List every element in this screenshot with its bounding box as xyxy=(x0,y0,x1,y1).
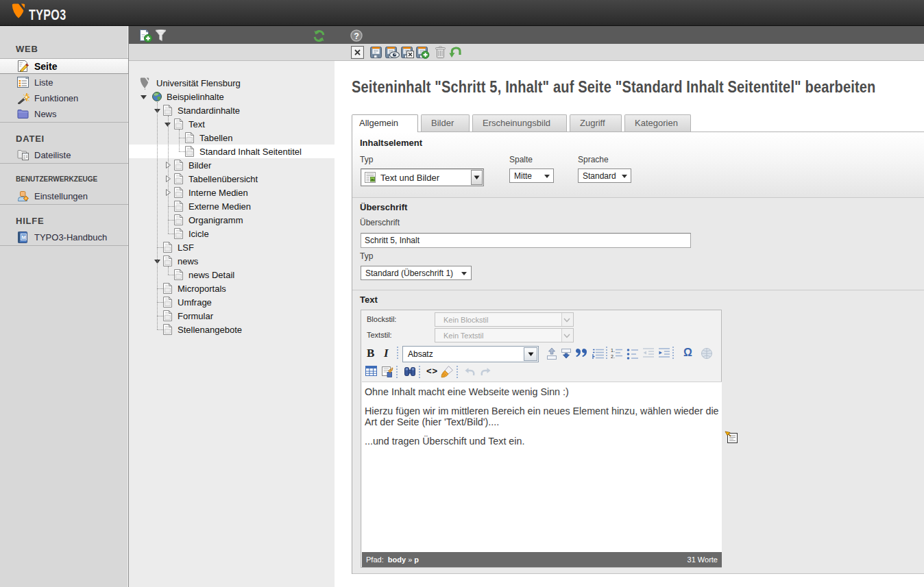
svg-text:M: M xyxy=(21,234,25,240)
svg-text:2.: 2. xyxy=(611,354,615,359)
svg-text:1.: 1. xyxy=(611,348,615,353)
svg-text:?: ? xyxy=(354,32,359,41)
